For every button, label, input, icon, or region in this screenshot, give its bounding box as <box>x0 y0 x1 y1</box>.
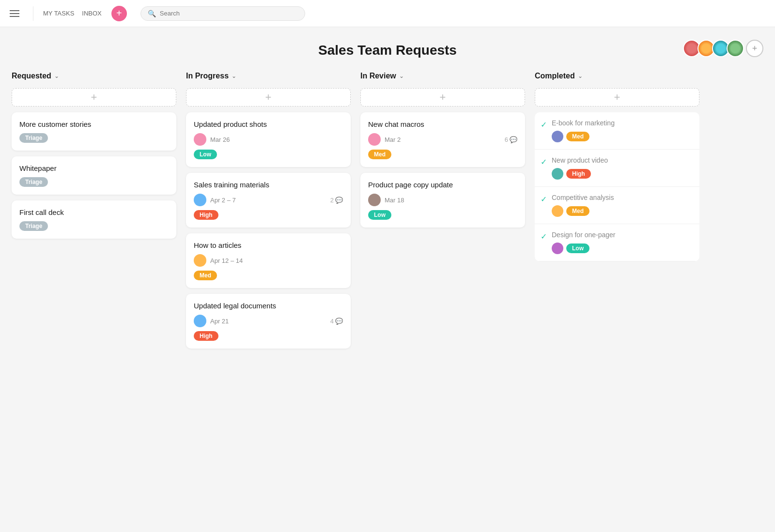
completed-item-content: Design for one-pager Low <box>552 231 616 254</box>
card-how-to-articles: How to articles Apr 12 – 14 Med <box>186 233 351 288</box>
card-title: How to articles <box>194 241 343 249</box>
card-whitepaper: Whitepaper Triage <box>12 156 176 195</box>
completed-item-new-product-video: ✓ New product video High <box>535 150 699 187</box>
badge-med: Med <box>368 150 391 159</box>
board: Requested ⌄ + More customer stories Tria… <box>0 70 775 366</box>
card-title: More customer stories <box>19 120 169 128</box>
member-avatars: + <box>683 40 763 57</box>
top-nav: MY TASKS INBOX + 🔍 <box>0 0 775 27</box>
card-first-call-deck: First call deck Triage <box>12 200 176 239</box>
badge-med: Med <box>566 132 589 141</box>
add-card-completed[interactable]: + <box>535 88 699 106</box>
chevron-down-icon[interactable]: ⌄ <box>54 73 59 79</box>
menu-button[interactable] <box>10 10 19 17</box>
card-avatar <box>194 133 206 146</box>
card-new-chat-macros: New chat macros Mar 2 6💬 Med <box>360 112 525 167</box>
add-button[interactable]: + <box>111 6 127 21</box>
completed-title: New product video <box>552 156 608 164</box>
column-title-requested: Requested <box>12 72 51 80</box>
badge-high: High <box>566 169 591 179</box>
inbox-link[interactable]: INBOX <box>78 8 105 19</box>
check-icon: ✓ <box>541 120 547 129</box>
completed-item-competitive-analysis: ✓ Competitive analysis Med <box>535 187 699 224</box>
chevron-down-icon[interactable]: ⌄ <box>578 73 583 79</box>
completed-title: Competitive analysis <box>552 194 614 201</box>
completed-avatar <box>552 168 563 180</box>
card-date: Mar 2 <box>385 136 401 143</box>
badge-triage: Triage <box>19 177 48 187</box>
card-product-page-copy-update: Product page copy update Mar 18 Low <box>360 173 525 228</box>
search-icon: 🔍 <box>148 10 156 17</box>
nav-divider <box>33 6 33 21</box>
card-comments: 4💬 <box>330 318 343 325</box>
card-title: Updated product shots <box>194 120 343 128</box>
column-in-review: In Review ⌄ + New chat macros Mar 2 6💬 M… <box>360 70 525 233</box>
card-updated-legal-documents: Updated legal documents Apr 21 4💬 High <box>186 294 351 349</box>
card-avatar <box>194 194 206 206</box>
search-input[interactable] <box>160 10 298 17</box>
column-title-in-review: In Review <box>360 72 396 80</box>
card-more-customer-stories: More customer stories Triage <box>12 112 176 151</box>
card-meta: Mar 18 <box>368 194 517 206</box>
badge-triage: Triage <box>19 221 48 231</box>
my-tasks-link[interactable]: MY TASKS <box>39 8 78 19</box>
column-title-completed: Completed <box>535 72 575 80</box>
badge-low: Low <box>566 243 589 253</box>
add-card-in-review[interactable]: + <box>360 88 525 106</box>
chevron-down-icon[interactable]: ⌄ <box>232 73 236 79</box>
avatar-4[interactable] <box>727 40 744 57</box>
completed-item-design-one-pager: ✓ Design for one-pager Low <box>535 224 699 261</box>
badge-med: Med <box>194 271 217 280</box>
add-card-requested[interactable]: + <box>12 88 176 106</box>
completed-title: E-book for marketing <box>552 119 615 127</box>
card-date: Mar 26 <box>210 136 230 143</box>
completed-avatar <box>552 205 563 217</box>
check-icon: ✓ <box>541 232 547 241</box>
column-title-in-progress: In Progress <box>186 72 229 80</box>
card-avatar <box>194 315 206 327</box>
card-date: Apr 21 <box>210 318 229 325</box>
completed-list: ✓ E-book for marketing Med ✓ New product… <box>535 112 699 261</box>
completed-item-content: New product video High <box>552 156 608 180</box>
card-meta: Apr 12 – 14 <box>194 254 343 267</box>
column-header-requested: Requested ⌄ <box>12 70 176 82</box>
check-icon: ✓ <box>541 157 547 167</box>
completed-title: Design for one-pager <box>552 231 616 239</box>
add-card-in-progress[interactable]: + <box>186 88 351 106</box>
card-meta: Apr 21 4💬 <box>194 315 343 327</box>
column-in-progress: In Progress ⌄ + Updated product shots Ma… <box>186 70 351 354</box>
search-bar: 🔍 <box>140 6 305 21</box>
card-title: Updated legal documents <box>194 302 343 310</box>
page-title: Sales Team Requests <box>318 43 457 58</box>
badge-low: Low <box>368 210 391 220</box>
card-date: Apr 12 – 14 <box>210 257 243 264</box>
completed-item-content: E-book for marketing Med <box>552 119 615 142</box>
add-member-button[interactable]: + <box>746 40 763 57</box>
completed-meta: High <box>552 168 608 180</box>
card-title: Product page copy update <box>368 181 517 189</box>
card-title: Sales training materials <box>194 181 343 189</box>
badge-med: Med <box>566 206 589 216</box>
card-updated-product-shots: Updated product shots Mar 26 Low <box>186 112 351 167</box>
card-avatar <box>368 133 381 146</box>
completed-avatar <box>552 131 563 142</box>
card-title: New chat macros <box>368 120 517 128</box>
completed-item-ebook: ✓ E-book for marketing Med <box>535 112 699 150</box>
badge-triage: Triage <box>19 133 48 143</box>
card-comments: 6💬 <box>505 136 517 143</box>
badge-high: High <box>194 210 218 220</box>
card-comments: 2💬 <box>330 197 343 204</box>
card-meta: Apr 2 – 7 2💬 <box>194 194 343 206</box>
column-requested: Requested ⌄ + More customer stories Tria… <box>12 70 176 244</box>
card-avatar <box>368 194 381 206</box>
card-avatar <box>194 254 206 267</box>
column-completed: Completed ⌄ + ✓ E-book for marketing Med… <box>535 70 699 261</box>
check-icon: ✓ <box>541 195 547 204</box>
card-title: First call deck <box>19 208 169 216</box>
column-header-in-review: In Review ⌄ <box>360 70 525 82</box>
card-meta: Mar 26 <box>194 133 343 146</box>
completed-meta: Med <box>552 131 615 142</box>
chevron-down-icon[interactable]: ⌄ <box>399 73 404 79</box>
completed-meta: Low <box>552 243 616 254</box>
card-title: Whitepaper <box>19 164 169 172</box>
